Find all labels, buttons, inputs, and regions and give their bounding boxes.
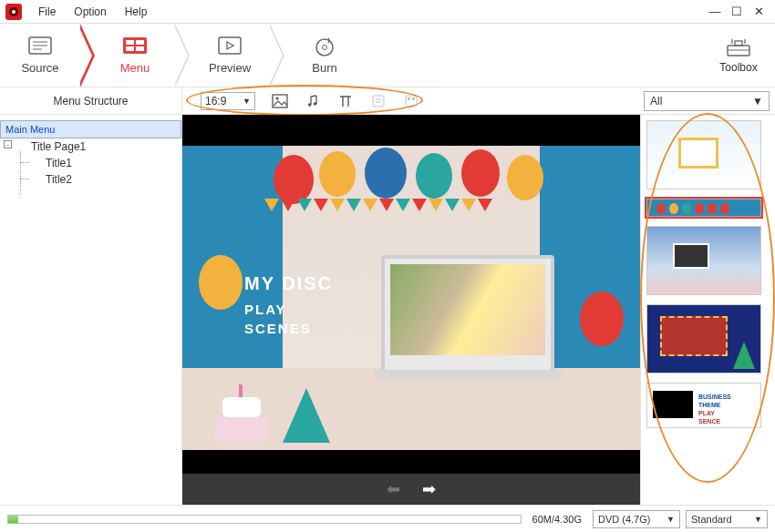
main-area: Main Menu - Title Page1 Title1 Title2 MY… [0, 115, 775, 505]
svg-rect-24 [373, 96, 384, 107]
cake-icon [210, 377, 274, 441]
menu-structure-tree: Main Menu - Title Page1 Title1 Title2 [0, 115, 182, 505]
svg-point-13 [316, 39, 333, 56]
template-thumbnail-5[interactable]: BUSINESS THEME PLAY SENCE [646, 383, 761, 428]
svg-rect-10 [136, 46, 144, 51]
background-music-button[interactable] [305, 93, 321, 109]
disc-usage-bar [7, 515, 522, 524]
step-chevron-icon [175, 24, 190, 87]
template5-text1: BUSINESS [698, 393, 731, 401]
svg-rect-7 [126, 40, 134, 45]
tree-node-title2[interactable]: Title2 [0, 171, 181, 188]
menu-title-text[interactable]: MY DISC PLAY SCENES [244, 273, 333, 336]
step-chevron-icon [80, 24, 95, 87]
toolbar-row: Menu Structure 16:9 ▼ All ▼ [0, 87, 775, 115]
dropdown-icon: ▼ [754, 515, 762, 524]
svg-rect-17 [735, 41, 742, 46]
template-filter-select[interactable]: All ▼ [644, 91, 770, 111]
menu-video-thumbnail[interactable] [381, 255, 554, 373]
menu-title-line3: SCENES [244, 321, 333, 336]
svg-rect-29 [412, 97, 415, 100]
quality-select[interactable]: Standard ▼ [686, 510, 768, 528]
background-image-button[interactable] [272, 93, 288, 109]
template-panel[interactable]: MY DISC PLAY SCENES BUSINESS THEME PLAY … [640, 115, 775, 505]
menu-icon [121, 36, 149, 56]
step-menu[interactable]: Menu [95, 24, 175, 87]
svg-rect-11 [219, 37, 241, 54]
tree-node-main-menu[interactable]: Main Menu [0, 120, 181, 138]
template5-text4: SENCE [698, 417, 731, 425]
next-page-button[interactable]: ➡ [422, 479, 436, 499]
svg-rect-6 [123, 37, 147, 54]
template5-text3: PLAY [698, 409, 731, 417]
menu-title-line2: PLAY [244, 302, 333, 317]
template-filter-value: All [650, 95, 662, 107]
disc-type-select[interactable]: DVD (4.7G) ▼ [593, 510, 680, 528]
menu-file[interactable]: File [29, 5, 65, 18]
template-thumbnail-1[interactable] [646, 120, 761, 189]
tree-node-title-page[interactable]: Title Page1 [0, 138, 181, 155]
template-thumbnail-4[interactable] [646, 304, 761, 373]
menu-help[interactable]: Help [116, 5, 157, 18]
step-navigation: Source Menu Preview Burn Toolbox [0, 24, 775, 87]
chapter-list-button [370, 93, 387, 109]
prev-page-button: ⬅ [387, 479, 400, 499]
svg-rect-27 [406, 96, 417, 107]
party-hat-icon [283, 388, 330, 443]
dropdown-icon: ▼ [666, 515, 675, 524]
dropdown-icon: ▼ [752, 95, 763, 107]
step-burn-label: Burn [312, 61, 336, 75]
step-preview-label: Preview [209, 61, 251, 75]
aspect-ratio-select[interactable]: 16:9 ▼ [201, 92, 255, 110]
svg-rect-28 [408, 97, 410, 100]
template-thumbnail-3[interactable] [646, 226, 761, 295]
window-maximize-button[interactable]: ☐ [726, 5, 748, 18]
menu-title-line1: MY DISC [244, 273, 333, 294]
svg-point-23 [314, 102, 317, 106]
svg-rect-8 [136, 40, 144, 45]
svg-point-14 [323, 46, 327, 50]
app-logo-icon [5, 4, 22, 20]
step-menu-label: Menu [120, 61, 150, 75]
template-thumbnail-2[interactable]: MY DISC PLAY SCENES [646, 199, 761, 217]
svg-point-21 [276, 97, 279, 99]
step-source-label: Source [21, 61, 58, 75]
toolbox-icon [726, 37, 751, 56]
svg-rect-20 [273, 95, 287, 107]
step-chevron-icon [270, 24, 284, 87]
disc-type-value: DVD (4.7G) [598, 514, 650, 525]
step-burn[interactable]: Burn [284, 24, 365, 87]
step-source[interactable]: Source [0, 24, 80, 87]
disc-usage-text: 60M/4.30G [532, 514, 582, 525]
menu-canvas[interactable]: MY DISC PLAY SCENES ⬅ ➡ [182, 115, 640, 505]
toolbox-button[interactable]: Toolbox [702, 37, 775, 74]
page-nav: ⬅ ➡ [182, 474, 640, 505]
window-close-button[interactable]: ✕ [748, 5, 770, 18]
add-text-button[interactable] [337, 93, 354, 109]
svg-point-1 [12, 10, 16, 14]
toolbox-label: Toolbox [719, 61, 757, 74]
window-minimize-button[interactable]: — [704, 5, 726, 18]
svg-rect-9 [126, 46, 134, 51]
svg-point-22 [308, 103, 312, 107]
tool-cluster: 16:9 ▼ [182, 87, 438, 114]
status-bar: 60M/4.30G DVD (4.7G) ▼ Standard ▼ [0, 505, 775, 532]
aspect-ratio-value: 16:9 [205, 95, 226, 107]
preview-icon [216, 36, 243, 56]
source-icon [26, 36, 54, 56]
menu-scene: MY DISC PLAY SCENES [182, 146, 640, 450]
menu-option[interactable]: Option [65, 5, 115, 18]
menu-structure-label: Menu Structure [0, 87, 182, 114]
dropdown-icon: ▼ [243, 97, 251, 106]
step-preview[interactable]: Preview [190, 24, 270, 87]
thumbnail-button [403, 93, 419, 109]
template5-text2: THEME [698, 401, 731, 409]
title-bar: File Option Help — ☐ ✕ [0, 0, 775, 24]
preview-panel: MY DISC PLAY SCENES ⬅ ➡ [182, 115, 640, 505]
burn-icon [311, 36, 338, 56]
svg-marker-12 [227, 42, 233, 49]
tree-node-title1[interactable]: Title1 [0, 155, 181, 171]
quality-value: Standard [691, 514, 732, 525]
